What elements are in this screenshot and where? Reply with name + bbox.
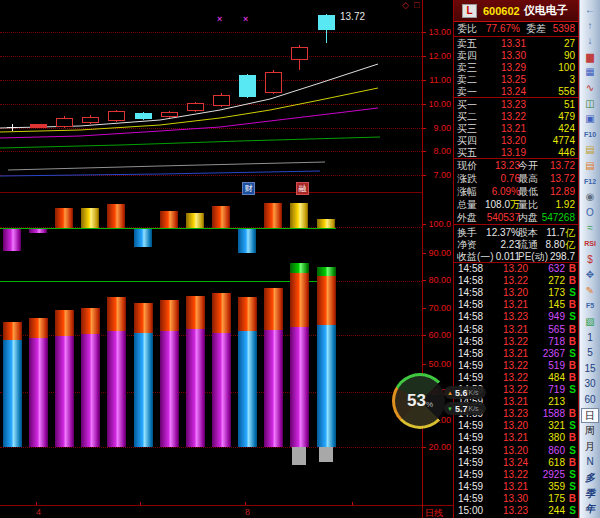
level-price: 13.25 [501, 74, 526, 86]
tick-time: 15:00 [458, 505, 483, 517]
tick-price: 13.21 [503, 324, 528, 336]
tick-price: 13.22 [503, 360, 528, 372]
buy-level-row[interactable]: 买二13.22479 [454, 111, 578, 123]
back-arrow-icon[interactable]: ← [581, 2, 599, 17]
sell-level-row[interactable]: 卖五13.3127 [454, 38, 578, 50]
level-label: 卖二 [457, 74, 477, 86]
move-icon[interactable]: ✥ [581, 267, 599, 282]
period-1-button[interactable]: 1 [581, 330, 599, 345]
oscillator-bar [55, 208, 73, 228]
tick-side: B [569, 324, 576, 336]
tick-row: 14:5813.23949S [455, 311, 579, 323]
dollar-icon[interactable]: $ [581, 252, 599, 267]
finance-badge[interactable]: 财 [242, 182, 255, 195]
tick-volume: 380 [548, 432, 565, 444]
period-15-button[interactable]: 15 [581, 361, 599, 376]
buy-level-row[interactable]: 买一13.2351 [454, 99, 578, 111]
info-label: 换手 [457, 227, 477, 239]
tick-row: 14:5913.21380B [455, 432, 579, 444]
level-volume: 479 [558, 111, 575, 123]
y-axis-label: 50.00 [422, 359, 451, 369]
stacked-bar-red-segment [186, 296, 205, 329]
stock-code: 600602 [483, 5, 520, 17]
folder-icon[interactable]: ▤ [581, 142, 599, 157]
oscillator-bar [264, 203, 282, 228]
tick-time: 14:58 [458, 263, 483, 275]
period-day-button[interactable]: 日 [581, 408, 599, 423]
tick-time: 14:59 [458, 469, 483, 481]
info-label: 涨跌 [457, 173, 477, 185]
level-price: 13.30 [501, 50, 526, 62]
level-volume: 4774 [553, 135, 575, 147]
f10-icon[interactable]: F10 [581, 127, 599, 142]
period-multi-button[interactable]: 多 [581, 470, 599, 485]
tick-side: S [569, 311, 576, 323]
period-30-button[interactable]: 30 [581, 376, 599, 391]
tick-price: 13.20 [503, 287, 528, 299]
period-month-button[interactable]: 月 [581, 439, 599, 454]
sell-level-row[interactable]: 卖四13.3090 [454, 50, 578, 62]
f5-icon[interactable]: F5 [581, 298, 599, 313]
tick-row: 14:5813.212367S [455, 348, 579, 360]
event-badge[interactable]: 融 [296, 182, 309, 195]
panel-separator [454, 97, 578, 98]
tick-price: 13.20 [503, 420, 528, 432]
candlestick [239, 75, 256, 97]
period-n-button[interactable]: N [581, 454, 599, 469]
info-value-text: 298.7 [550, 251, 575, 262]
period-quarter-button[interactable]: 季 [581, 486, 599, 501]
info-row: 总量108.0万量比1.92 [454, 199, 578, 211]
kline-chart-area[interactable]: ××13.72财融◇□48 [0, 0, 422, 518]
grid-chart-icon[interactable]: ▦ [581, 64, 599, 79]
period-year-button[interactable]: 年 [581, 501, 599, 516]
tick-side: B [569, 372, 576, 384]
board-icon[interactable]: ▣ [581, 111, 599, 126]
line-chart-icon[interactable]: ∿ [581, 80, 599, 95]
stacked-bar-red-segment [81, 308, 100, 334]
tick-row: 14:5913.20321S [455, 420, 579, 432]
y-axis-label: 13.00 [422, 27, 451, 37]
pencil-icon[interactable]: ✎ [581, 283, 599, 298]
info-value: 12.89 [550, 186, 575, 198]
buy-level-row[interactable]: 买四13.204774 [454, 135, 578, 147]
l-badge[interactable]: L [462, 4, 477, 18]
period-week-button[interactable]: 周 [581, 423, 599, 438]
wave-icon[interactable]: ≈ [581, 220, 599, 235]
level-label: 卖三 [457, 62, 477, 74]
info-row: 现价13.23今开13.72 [454, 160, 578, 172]
up-arrow-icon[interactable]: ↑ [581, 18, 599, 33]
circle-icon[interactable]: O [581, 205, 599, 220]
period-60-button[interactable]: 60 [581, 392, 599, 407]
f12-icon[interactable]: F12 [581, 174, 599, 189]
level-volume: 90 [564, 50, 575, 62]
photo-icon[interactable]: ◉ [581, 189, 599, 204]
tick-row: 14:5813.21145B [455, 299, 579, 311]
stacked-bar-base-segment [29, 338, 48, 447]
window-icon[interactable]: □ [414, 0, 419, 10]
sell-level-row[interactable]: 卖三13.29100 [454, 62, 578, 74]
info-value: 13.72 [550, 173, 575, 185]
stacked-bar-base-segment [317, 325, 336, 447]
tick-time: 14:58 [458, 287, 483, 299]
image-icon[interactable]: ▧ [581, 314, 599, 329]
stacked-bar-base-segment [160, 331, 179, 447]
tick-price: 13.24 [503, 457, 528, 469]
sell-level-row[interactable]: 卖二13.253 [454, 74, 578, 86]
period-5-button[interactable]: 5 [581, 345, 599, 360]
tick-row: 14:5813.21565B [455, 324, 579, 336]
level-price: 13.20 [501, 135, 526, 147]
candle-chart-icon[interactable]: ◫ [581, 96, 599, 111]
stacked-bar-base-segment [55, 336, 74, 447]
y-axis-label: 10.00 [422, 99, 451, 109]
note-icon[interactable]: ▤ [581, 158, 599, 173]
info-value-text: 13.23 [495, 160, 520, 171]
stacked-bar-red-segment [212, 293, 231, 333]
panel-separator [454, 224, 578, 225]
stacked-bar-red-segment [134, 303, 153, 333]
rsi-icon[interactable]: RSI [581, 236, 599, 251]
diamond-icon[interactable]: ◇ [402, 0, 409, 10]
down-arrow-icon[interactable]: ↓ [581, 33, 599, 48]
buy-level-row[interactable]: 买三13.21424 [454, 123, 578, 135]
volume-chart-icon[interactable]: ▆ [581, 49, 599, 64]
network-monitor-overlay[interactable]: 53 % [392, 373, 448, 429]
